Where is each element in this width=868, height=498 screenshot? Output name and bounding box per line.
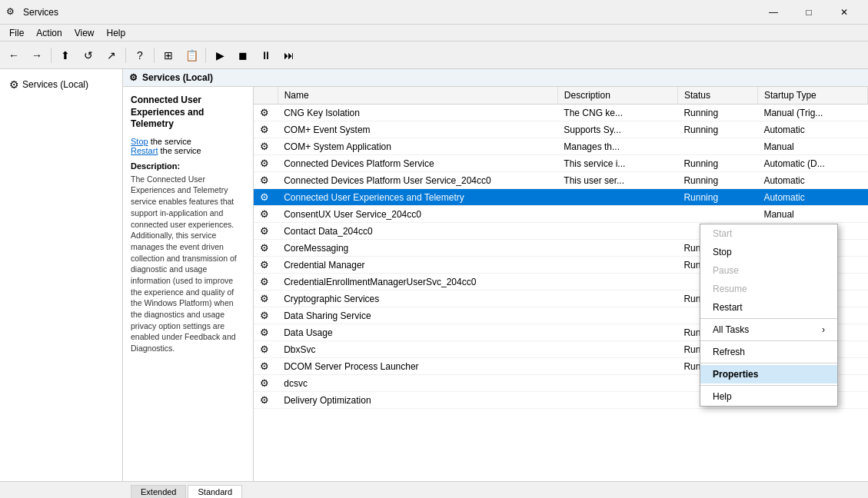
ctx-item-start: Start [700, 224, 837, 243]
row-name: Cryptographic Services [278, 290, 557, 307]
row-name: COM+ Event System [278, 121, 557, 138]
maximize-button[interactable]: □ [791, 0, 826, 25]
row-startup: Manual [757, 138, 867, 155]
toolbar-forward[interactable]: → [26, 45, 48, 66]
row-name: Data Sharing Service [278, 307, 557, 324]
toolbar-up[interactable]: ⬆ [55, 45, 76, 66]
ctx-item-all-tasks[interactable]: All Tasks› [700, 320, 837, 339]
split-view: Connected User Experiences and Telemetry… [123, 87, 868, 481]
tab-extended[interactable]: Extended [131, 485, 186, 498]
row-icon: ⚙ [254, 392, 278, 409]
restart-link[interactable]: Restart [131, 146, 158, 155]
row-startup: Automatic [757, 189, 867, 206]
row-name: Credential Manager [278, 257, 557, 274]
ctx-item-refresh[interactable]: Refresh [700, 343, 837, 361]
toolbar-help[interactable]: ? [129, 45, 151, 66]
row-desc [557, 358, 677, 375]
row-desc [557, 290, 677, 307]
ctx-item-stop[interactable]: Stop [700, 243, 837, 261]
row-icon: ⚙ [254, 307, 278, 324]
row-icon: ⚙ [254, 223, 278, 240]
col-startup[interactable]: Startup Type [757, 87, 867, 105]
restart-line: Restart the service [131, 146, 245, 155]
row-startup: Automatic (D... [757, 155, 867, 172]
toolbar-restart[interactable]: ⏭ [278, 45, 300, 66]
table-header: Name Description Status Startup Type [254, 87, 868, 105]
table-row[interactable]: ⚙ Connected User Experiences and Telemet… [254, 189, 868, 206]
close-button[interactable]: ✕ [826, 0, 862, 25]
minimize-button[interactable]: — [756, 0, 791, 25]
panel-header-title: Services (Local) [142, 72, 213, 83]
panel-header: ⚙ Services (Local) [123, 69, 868, 87]
toolbar-sep2 [125, 48, 126, 63]
toolbar-refresh[interactable]: ↺ [78, 45, 99, 66]
col-icon[interactable] [254, 87, 278, 105]
row-name: CoreMessaging [278, 240, 557, 257]
table-row[interactable]: ⚙ ConsentUX User Service_204cc0 Manual [254, 206, 868, 223]
ctx-item-properties[interactable]: Properties [700, 365, 837, 383]
row-status: Running [677, 121, 757, 138]
table-row[interactable]: ⚙ Connected Devices Platform User Servic… [254, 172, 868, 189]
app-icon: ⚙ [6, 6, 18, 18]
row-name: Connected User Experiences and Telemetry [278, 189, 557, 206]
row-name: DbxSvc [278, 341, 557, 358]
row-icon: ⚙ [254, 240, 278, 257]
row-status: Running [677, 172, 757, 189]
toolbar-grid[interactable]: ⊞ [158, 45, 179, 66]
row-icon: ⚙ [254, 155, 278, 172]
toolbar-back[interactable]: ← [3, 45, 25, 66]
toolbar: ← → ⬆ ↺ ↗ ? ⊞ 📋 ▶ ◼ ⏸ ⏭ [0, 42, 868, 69]
stop-line: Stop the service [131, 137, 245, 146]
col-desc[interactable]: Description [557, 87, 677, 105]
toolbar-sep1 [51, 48, 52, 63]
table-row[interactable]: ⚙ CNG Key Isolation The CNG ke... Runnin… [254, 105, 868, 121]
row-startup: Automatic [757, 121, 867, 138]
toolbar-sep4 [205, 48, 206, 63]
context-menu-separator [700, 318, 837, 319]
row-icon: ⚙ [254, 189, 278, 206]
row-name: dcsvc [278, 375, 557, 392]
ctx-item-help[interactable]: Help [700, 387, 837, 406]
toolbar-pause[interactable]: ⏸ [255, 45, 277, 66]
table-row[interactable]: ⚙ Connected Devices Platform Service Thi… [254, 155, 868, 172]
window-title: Services [23, 7, 756, 18]
context-menu-separator [700, 385, 837, 386]
content-panel: ⚙ Services (Local) Connected User Experi… [123, 69, 868, 481]
sidebar-item-services[interactable]: ⚙ Services (Local) [6, 75, 116, 94]
row-desc [557, 206, 677, 223]
ctx-item-resume: Resume [700, 280, 837, 298]
bottom-bar: Extended Standard [0, 481, 868, 498]
toolbar-properties[interactable]: 📋 [181, 45, 202, 66]
toolbar-export[interactable]: ↗ [101, 45, 122, 66]
row-icon: ⚙ [254, 206, 278, 223]
table-row[interactable]: ⚙ COM+ System Application Manages th... … [254, 138, 868, 155]
menu-action[interactable]: Action [30, 26, 68, 40]
stop-suffix: the service [148, 137, 191, 146]
context-menu-separator [700, 340, 837, 341]
row-icon: ⚙ [254, 105, 278, 121]
description-label: Description: [131, 161, 245, 171]
row-desc [557, 341, 677, 358]
row-name: ConsentUX User Service_204cc0 [278, 206, 557, 223]
tab-standard[interactable]: Standard [188, 485, 242, 498]
row-startup: Automatic [757, 172, 867, 189]
sidebar: ⚙ Services (Local) [0, 69, 123, 481]
panel-header-icon: ⚙ [129, 72, 138, 83]
row-icon: ⚙ [254, 341, 278, 358]
toolbar-stop[interactable]: ◼ [232, 45, 254, 66]
tabs-container: Extended Standard [0, 482, 244, 498]
col-status[interactable]: Status [677, 87, 757, 105]
row-name: Connected Devices Platform Service [278, 155, 557, 172]
menu-view[interactable]: View [68, 26, 101, 40]
sidebar-item-label: Services (Local) [22, 79, 88, 90]
row-icon: ⚙ [254, 375, 278, 392]
ctx-item-restart[interactable]: Restart [700, 298, 837, 317]
stop-link[interactable]: Stop [131, 137, 148, 146]
toolbar-play[interactable]: ▶ [209, 45, 231, 66]
col-name[interactable]: Name [278, 87, 557, 105]
desc-panel: Connected User Experiences and Telemetry… [123, 87, 254, 481]
row-name: Contact Data_204cc0 [278, 223, 557, 240]
menu-file[interactable]: File [3, 26, 30, 40]
table-row[interactable]: ⚙ COM+ Event System Supports Sy... Runni… [254, 121, 868, 138]
menu-help[interactable]: Help [101, 26, 132, 40]
